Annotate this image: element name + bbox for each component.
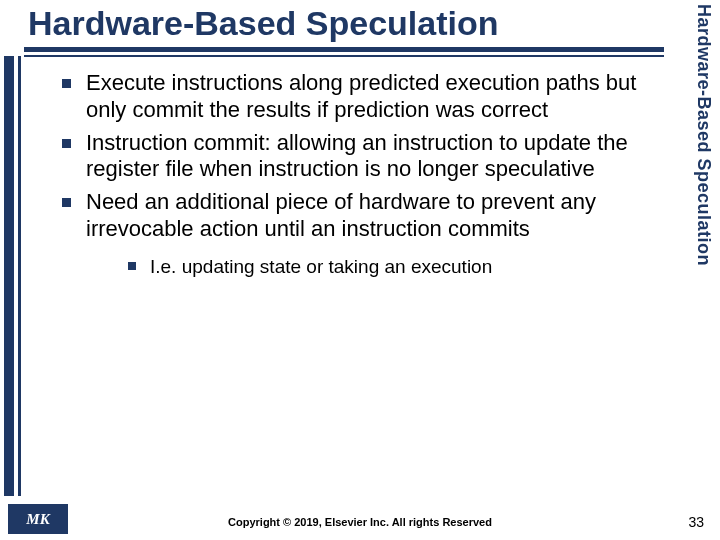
sub-list-item: I.e. updating state or taking an executi… bbox=[126, 255, 678, 279]
footer: MK Copyright © 2019, Elsevier Inc. All r… bbox=[0, 500, 720, 540]
slide: Hardware-Based Speculation Hardware-Base… bbox=[0, 0, 720, 540]
slide-title: Hardware-Based Speculation bbox=[28, 4, 498, 43]
title-rule-thick bbox=[24, 47, 664, 52]
list-item: Instruction commit: allowing an instruct… bbox=[58, 130, 678, 184]
left-accent-thin bbox=[18, 56, 21, 496]
content-area: Execute instructions along predicted exe… bbox=[58, 70, 678, 285]
title-rule-thin bbox=[24, 55, 664, 57]
bullet-list: Execute instructions along predicted exe… bbox=[58, 70, 678, 279]
page-number: 33 bbox=[688, 514, 704, 530]
list-item-text: Need an additional piece of hardware to … bbox=[86, 189, 596, 241]
list-item: Execute instructions along predicted exe… bbox=[58, 70, 678, 124]
title-bar: Hardware-Based Speculation bbox=[24, 4, 664, 52]
copyright-text: Copyright © 2019, Elsevier Inc. All righ… bbox=[0, 516, 720, 528]
left-accent-thick bbox=[4, 56, 14, 496]
side-section-label: Hardware-Based Speculation bbox=[693, 4, 714, 266]
list-item: Need an additional piece of hardware to … bbox=[58, 189, 678, 278]
sub-bullet-list: I.e. updating state or taking an executi… bbox=[126, 255, 678, 279]
